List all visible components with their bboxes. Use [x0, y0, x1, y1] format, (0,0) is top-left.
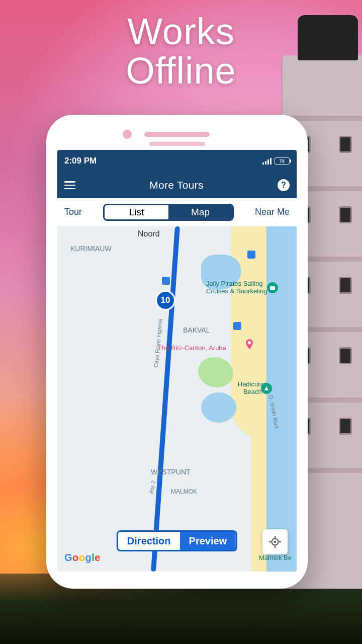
bus-stop-icon: [247, 251, 255, 259]
page-title: More Tours: [149, 179, 204, 191]
nearme-filter-link[interactable]: Near Me: [255, 207, 290, 217]
filter-row: Tour List Map Near Me: [57, 198, 297, 226]
phone-speaker-2: [149, 142, 205, 146]
map-lake2: [201, 392, 236, 423]
status-bar: 2:09 PM 72: [57, 150, 297, 172]
status-icons: 72: [262, 157, 290, 165]
phone-camera-dot: [123, 130, 132, 139]
google-attribution: Google: [64, 552, 101, 564]
direction-preview-toggle: Direction Preview: [117, 530, 237, 551]
map-poi-ritz: The Ritz-Carlton, Aruba: [158, 344, 226, 352]
map-poi-jolly: Jolly Pirates Sailing Cruises & Snorkeli…: [206, 280, 267, 295]
status-time: 2:09 PM: [64, 156, 97, 166]
crosshair-icon: [268, 535, 282, 548]
beach-pin-icon[interactable]: [260, 382, 273, 394]
phone-mockup: 2:09 PM 72 More Tours ? Tour List Map: [46, 115, 308, 589]
map-view[interactable]: 10 Noord KURIMIAUW BAKVAL WESTPUNT MALMO…: [57, 226, 297, 572]
bus-stop-icon: [233, 322, 241, 330]
battery-icon: 72: [275, 157, 290, 165]
segment-list[interactable]: List: [105, 205, 168, 219]
headline-line1: Works: [0, 12, 362, 51]
preview-button[interactable]: Preview: [180, 532, 236, 550]
hotel-pin-icon[interactable]: [243, 338, 255, 350]
map-label-westpunt: WESTPUNT: [151, 468, 191, 476]
map-label-bakval: BAKVAL: [183, 326, 210, 334]
bus-stop-icon: [162, 277, 170, 285]
phone-screen: 2:09 PM 72 More Tours ? Tour List Map: [57, 150, 297, 572]
help-button[interactable]: ?: [278, 179, 290, 191]
camera-pin-icon[interactable]: [266, 282, 279, 294]
promo-headline: Works Offline: [0, 12, 362, 90]
map-label-malmok: MALMOK: [171, 488, 197, 495]
menu-button[interactable]: [64, 181, 75, 189]
svg-point-0: [248, 341, 251, 344]
direction-button[interactable]: Direction: [118, 532, 180, 550]
phone-speaker: [144, 132, 210, 137]
app-header: More Tours ?: [57, 172, 297, 198]
tour-filter-link[interactable]: Tour: [64, 207, 82, 217]
signal-icon: [262, 157, 272, 165]
locate-me-button[interactable]: [262, 529, 288, 554]
battery-level: 72: [280, 158, 285, 164]
view-segmented-control: List Map: [103, 204, 234, 221]
map-label-noord: Noord: [138, 229, 160, 238]
svg-point-5: [274, 541, 276, 543]
segment-map[interactable]: Map: [168, 205, 232, 219]
headline-line2: Offline: [0, 51, 362, 91]
map-poi-malmokbe: Malmok Be: [259, 554, 292, 561]
route-stop-marker[interactable]: 10: [157, 292, 174, 309]
map-label-kurimiauw: KURIMIAUW: [70, 245, 112, 253]
svg-rect-2: [270, 286, 275, 290]
